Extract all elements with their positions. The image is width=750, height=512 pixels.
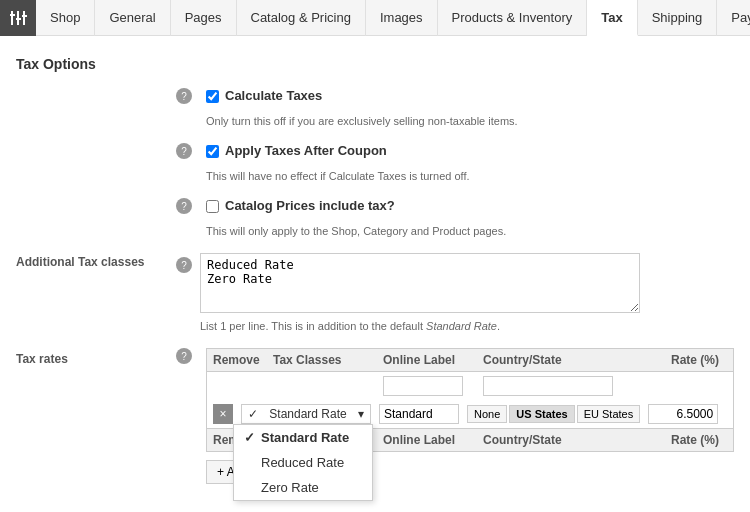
svg-rect-4 bbox=[16, 18, 21, 20]
tax-rates-row: Tax rates ? Remove Tax Classes Online La… bbox=[16, 348, 734, 488]
catalog-prices-checkbox-row: Catalog Prices include tax? bbox=[206, 198, 734, 213]
apply-taxes-row: ? Apply Taxes After Coupon This will hav… bbox=[16, 143, 734, 182]
dropdown-item-standard-rate[interactable]: ✓Standard Rate bbox=[234, 425, 372, 450]
second-header-rate: Rate (%) bbox=[643, 433, 727, 447]
additional-tax-classes-help-icon[interactable]: ? bbox=[176, 257, 192, 273]
apply-taxes-help-icon[interactable]: ? bbox=[176, 143, 192, 159]
remove-rule-button[interactable]: × bbox=[213, 404, 233, 424]
none-button[interactable]: None bbox=[467, 405, 507, 423]
header-country-state: Country/State bbox=[483, 353, 643, 367]
additional-tax-classes-label: Additional Tax classes bbox=[16, 253, 176, 269]
filter-country-input[interactable] bbox=[483, 376, 613, 396]
catalog-prices-field: ? Catalog Prices include tax? This will … bbox=[176, 198, 734, 237]
svg-rect-5 bbox=[22, 15, 27, 17]
calculate-taxes-help-icon[interactable]: ? bbox=[176, 88, 192, 104]
tab-shipping[interactable]: Shipping bbox=[638, 0, 718, 36]
tax-filter-row bbox=[206, 372, 734, 400]
rate-input[interactable]: 6.5000 bbox=[648, 404, 718, 424]
calculate-taxes-checkbox[interactable] bbox=[206, 90, 219, 103]
dropdown-item-reduced-rate[interactable]: ✓Reduced Rate bbox=[234, 450, 372, 475]
header-remove: Remove bbox=[213, 353, 273, 367]
apply-taxes-label-col bbox=[16, 143, 176, 145]
svg-rect-3 bbox=[10, 14, 15, 16]
country-buttons: None US States EU States bbox=[467, 405, 640, 423]
catalog-prices-help-text: This will only apply to the Shop, Catego… bbox=[206, 225, 734, 237]
tax-class-selected-label: Standard Rate bbox=[269, 407, 346, 421]
svg-rect-2 bbox=[23, 11, 25, 25]
apply-taxes-checkbox-label: Apply Taxes After Coupon bbox=[225, 143, 387, 158]
tab-images[interactable]: Images bbox=[366, 0, 438, 36]
tax-class-dropdown-trigger[interactable]: ✓ Standard Rate ▾ bbox=[241, 404, 371, 424]
catalog-prices-label-col bbox=[16, 198, 176, 200]
catalog-prices-help-icon[interactable]: ? bbox=[176, 198, 192, 214]
apply-taxes-checkbox-row: Apply Taxes After Coupon bbox=[206, 143, 734, 158]
header-online-label: Online Label bbox=[383, 353, 483, 367]
calculate-taxes-field: ? Calculate Taxes Only turn this off if … bbox=[176, 88, 734, 127]
catalog-prices-checkbox-label: Catalog Prices include tax? bbox=[225, 198, 395, 213]
top-navigation: Shop General Pages Catalog & Pricing Ima… bbox=[0, 0, 750, 36]
calculate-taxes-help-text: Only turn this off if you are exclusivel… bbox=[206, 115, 734, 127]
calculate-taxes-checkbox-row: Calculate Taxes bbox=[206, 88, 734, 103]
apply-taxes-after-coupon-checkbox[interactable] bbox=[206, 145, 219, 158]
tax-rule-row: × ✓ Standard Rate ▾ ✓Standard Rate bbox=[206, 400, 734, 429]
tax-rates-content: ? Remove Tax Classes Online Label Countr… bbox=[176, 348, 734, 488]
dropdown-item-zero-rate[interactable]: ✓Zero Rate bbox=[234, 475, 372, 500]
second-header-online-label: Online Label bbox=[383, 433, 483, 447]
eu-states-button[interactable]: EU States bbox=[577, 405, 641, 423]
calculate-taxes-checkbox-label: Calculate Taxes bbox=[225, 88, 322, 103]
calculate-taxes-row: ? Calculate Taxes Only turn this off if … bbox=[16, 88, 734, 127]
tab-shop[interactable]: Shop bbox=[36, 0, 95, 36]
tab-payment-gateway[interactable]: Payment Gatew... bbox=[717, 0, 750, 36]
us-states-button[interactable]: US States bbox=[509, 405, 574, 423]
tab-general[interactable]: General bbox=[95, 0, 170, 36]
header-rate: Rate (%) bbox=[643, 353, 727, 367]
apply-taxes-field: ? Apply Taxes After Coupon This will hav… bbox=[176, 143, 734, 182]
content-area: Tax Options ? Calculate Taxes Only turn … bbox=[0, 36, 750, 512]
additional-tax-classes-note: List 1 per line. This is in addition to … bbox=[200, 320, 734, 332]
logo bbox=[0, 0, 36, 36]
tax-rates-label: Tax rates bbox=[16, 348, 176, 366]
section-title: Tax Options bbox=[16, 56, 734, 72]
tab-pages[interactable]: Pages bbox=[171, 0, 237, 36]
apply-taxes-help-text: This will have no effect if Calculate Ta… bbox=[206, 170, 734, 182]
svg-rect-0 bbox=[11, 11, 13, 25]
tax-rates-help-icon[interactable]: ? bbox=[176, 348, 192, 364]
tab-tax[interactable]: Tax bbox=[587, 0, 637, 36]
catalog-prices-row: ? Catalog Prices include tax? This will … bbox=[16, 198, 734, 237]
tab-products-inventory[interactable]: Products & Inventory bbox=[438, 0, 588, 36]
additional-tax-classes-field: ? Reduced Rate Zero Rate List 1 per line… bbox=[176, 253, 734, 332]
tax-class-dropdown-menu: ✓Standard Rate ✓Reduced Rate ✓Zero Rate bbox=[233, 424, 373, 501]
additional-tax-classes-row: Additional Tax classes ? Reduced Rate Ze… bbox=[16, 253, 734, 332]
second-header-country-state: Country/State bbox=[483, 433, 643, 447]
tax-table-header: Remove Tax Classes Online Label Country/… bbox=[206, 348, 734, 372]
tab-catalog-pricing[interactable]: Catalog & Pricing bbox=[237, 0, 366, 36]
tax-class-dropdown-container: ✓ Standard Rate ▾ ✓Standard Rate ✓Reduce… bbox=[233, 404, 371, 424]
catalog-prices-include-tax-checkbox[interactable] bbox=[206, 200, 219, 213]
calculate-taxes-label-col bbox=[16, 88, 176, 90]
filter-online-input[interactable] bbox=[383, 376, 463, 396]
header-tax-classes: Tax Classes bbox=[273, 353, 383, 367]
online-label-input[interactable]: Standard bbox=[379, 404, 459, 424]
additional-tax-classes-textarea[interactable]: Reduced Rate Zero Rate bbox=[200, 253, 640, 313]
